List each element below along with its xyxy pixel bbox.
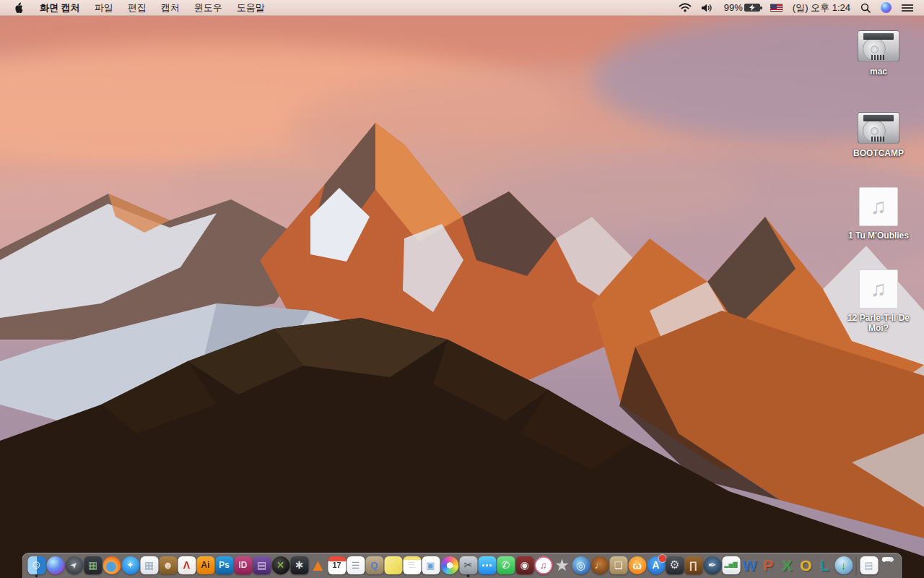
dock-icon-notes[interactable]: ☰ [403, 556, 422, 578]
menu-bar-clock[interactable]: (일) 오후 1:24 [788, 0, 855, 15]
desktop-icon-mac[interactable]: mac [834, 30, 923, 77]
menu-item-help[interactable]: 도움말 [230, 1, 272, 14]
dock-icon-recent-file[interactable]: ▤ [860, 556, 879, 578]
audio-file-icon: ♫ [859, 269, 898, 309]
hard-drive-icon [858, 30, 899, 62]
siri-orb-icon [881, 2, 892, 13]
volume-icon[interactable] [697, 0, 719, 15]
menu-bar: 화면 캡처 파일편집캡처윈도우도움말 99% [0, 0, 924, 16]
battery-status[interactable]: 99% [719, 0, 765, 15]
dock-icon-stickies[interactable] [384, 556, 403, 578]
dock-icon-numbers[interactable]: ▂▅▇ [722, 556, 741, 578]
dock-icon-imovie[interactable]: ★ [553, 556, 572, 578]
menu-item-file[interactable]: 파일 [87, 1, 121, 14]
battery-icon [744, 4, 760, 12]
dock-icon-firefox[interactable] [103, 556, 121, 578]
dock-icon-downloader[interactable]: ↓ [834, 556, 853, 578]
hard-drive-icon [858, 112, 899, 144]
dock-icon-word[interactable]: W [741, 556, 759, 578]
dock-icon-facetime[interactable]: ✆ [497, 556, 515, 578]
dock-icon-reminders[interactable]: ☰ [346, 556, 365, 578]
dock-icon-indesign[interactable]: ID [234, 556, 253, 578]
dock-icon-finder[interactable]: ☺ [27, 556, 46, 578]
desktop-icon-label: 12 Parle-T-Il De Moi? [838, 313, 919, 333]
dock-icon-disk-tool[interactable]: ✱ [290, 556, 309, 578]
dock-icon-siri[interactable] [46, 556, 65, 578]
wifi-icon[interactable] [674, 0, 697, 15]
siri-icon[interactable] [876, 0, 897, 15]
dock-icon-idvd[interactable]: ◎ [572, 556, 590, 578]
dock-icon-system-preferences[interactable]: ⚙ [666, 556, 684, 578]
dock-icon-photoshop[interactable]: Ps [215, 556, 234, 578]
audio-file-icon: ♫ [859, 187, 898, 226]
running-indicator [35, 574, 38, 577]
dock-icon-preview[interactable]: ▦ [140, 556, 159, 578]
input-source-us-flag[interactable] [765, 0, 788, 15]
dock-icon-itunes[interactable]: ♫ [534, 556, 553, 578]
wallpaper [0, 0, 924, 578]
desktop-icon-label: BOOTCAMP [853, 148, 904, 158]
dock-icon-messages[interactable]: ⋯ [478, 556, 497, 578]
apple-menu[interactable] [0, 0, 32, 15]
dock-icon-mission-control[interactable]: ▦ [84, 556, 103, 578]
dock: ☺➤▦✦▦☻ΛAiPsID▤✕✱▲17☰Q☰▣✂⋯✆◉♫★◎♩❏ωA⚙∏✒▂▅▇… [22, 553, 902, 578]
dock-icon-document-viewer[interactable]: ▣ [422, 556, 440, 578]
dock-divider [856, 556, 857, 576]
desktop-icon-song-12[interactable]: ♫12 Parle-T-Il De Moi? [834, 269, 923, 333]
apple-logo-icon [14, 2, 23, 13]
dock-icon-excel[interactable]: X [778, 556, 797, 578]
desktop-icon-label: mac [870, 66, 887, 77]
spotlight-search-icon[interactable] [855, 0, 876, 15]
dock-icon-document-box[interactable]: Q [365, 556, 384, 578]
menu-bar-status: 99% (일) 오후 1:24 [674, 0, 924, 15]
menu-list: 파일편집캡처윈도우도움말 [87, 0, 272, 15]
menu-item-window[interactable]: 윈도우 [187, 1, 230, 14]
battery-percent: 99% [724, 2, 743, 13]
dock-icon-scrapbook[interactable]: ❏ [609, 556, 628, 578]
dock-icon-acrobat-reader[interactable]: Λ [178, 556, 196, 578]
dock-icon-launchpad[interactable]: ➤ [65, 556, 84, 578]
dock-icon-screen-capture[interactable]: ✂ [459, 556, 478, 578]
dock-icon-outlook[interactable]: O [797, 556, 816, 578]
notification-center-icon[interactable] [897, 0, 918, 15]
desktop-icons: macBOOTCAMP♫1 Tu M'Oublies♫12 Parle-T-Il… [834, 16, 923, 420]
dock-icon-contacts[interactable]: ☻ [159, 556, 178, 578]
menu-item-edit[interactable]: 편집 [121, 1, 154, 14]
dock-icon-app-store[interactable]: A [647, 556, 666, 578]
dock-icon-pages[interactable]: ✒ [703, 556, 722, 578]
dock-icon-trash[interactable] [879, 556, 897, 578]
dock-icon-x-player[interactable]: ✕ [271, 556, 290, 578]
active-app-name[interactable]: 화면 캡처 [32, 1, 87, 14]
running-indicator [467, 574, 470, 577]
desktop: 화면 캡처 파일편집캡처윈도우도움말 99% [0, 0, 924, 578]
dock-icon-powerpoint[interactable]: P [759, 556, 778, 578]
dock-icon-photo-booth[interactable]: ◉ [515, 556, 534, 578]
menu-item-capture[interactable]: 캡처 [154, 1, 187, 14]
dock-icon-lync[interactable]: L [816, 556, 834, 578]
dock-icon-calendar[interactable]: 17 [328, 556, 346, 578]
desktop-icon-label: 1 Tu M'Oublies [848, 230, 909, 241]
dock-icon-safari[interactable]: ✦ [121, 556, 140, 578]
dock-icon-vlc[interactable]: ▲ [309, 556, 328, 578]
dock-icon-photos[interactable] [440, 556, 459, 578]
menu-bar-left: 화면 캡처 파일편집캡처윈도우도움말 [0, 0, 272, 15]
desktop-icon-song-1[interactable]: ♫1 Tu M'Oublies [834, 187, 923, 241]
dock-icon-garageband[interactable]: ♩ [590, 556, 609, 578]
desktop-icon-bootcamp[interactable]: BOOTCAMP [834, 112, 923, 158]
us-flag-icon [770, 4, 783, 12]
dock-icon-keynote[interactable]: ∏ [684, 556, 703, 578]
dock-icon-ibooks[interactable]: ω [628, 556, 647, 578]
dock-icon-toast-titanium[interactable]: ▤ [253, 556, 271, 578]
dock-icon-illustrator[interactable]: Ai [196, 556, 215, 578]
